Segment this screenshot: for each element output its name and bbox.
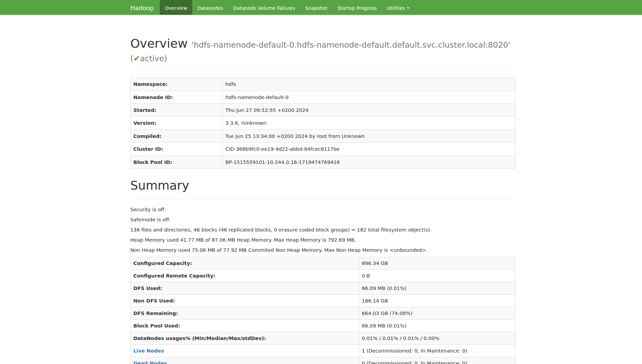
summary-paragraph: Non Heap Memory used 75.06 MB of 77.92 M… xyxy=(130,247,515,253)
summary-paragraph: Safemode is off. xyxy=(130,216,515,223)
table-row: Namespace:hdfs xyxy=(131,78,515,91)
table-row: Block Pool Used:66.09 MB (0.01%) xyxy=(131,319,515,332)
summary-paragraph: Security is off. xyxy=(130,206,515,213)
nav-item-startup-progress[interactable]: Startup Progress xyxy=(332,0,382,15)
live-nodes-link[interactable]: Live Nodes xyxy=(133,348,164,354)
caret-icon xyxy=(407,7,409,9)
nav-item-utilities[interactable]: Utilities xyxy=(382,0,415,15)
navbar: Hadoop OverviewDatanodesDatanode Volume … xyxy=(0,0,642,15)
row-label: Dead Nodes xyxy=(131,357,359,364)
nav-item-datanode-volume-failures[interactable]: Datanode Volume Failures xyxy=(228,0,300,15)
row-label: Namenode ID: xyxy=(131,91,223,103)
table-row: Namenode ID:hdfs-namenode-default-0 xyxy=(131,91,515,103)
table-row: Live Nodes1 (Decommissioned: 0, In Maint… xyxy=(131,344,515,357)
row-value: 896.34 GB xyxy=(359,257,515,269)
page-title: Overview 'hdfs-namenode-default-0.hdfs-n… xyxy=(130,37,515,64)
row-label: Configured Capacity: xyxy=(131,257,359,269)
summary-paragraph: Heap Memory used 41.77 MB of 87.06 MB He… xyxy=(130,237,515,243)
row-value: 664.03 GB (74.08%) xyxy=(359,307,515,319)
row-label: Block Pool Used: xyxy=(131,319,359,332)
table-row: Version:3.3.6, rUnknown xyxy=(131,117,515,129)
summary-paragraphs: Security is off.Safemode is off.136 file… xyxy=(130,206,515,253)
navbar-container: Hadoop OverviewDatanodesDatanode Volume … xyxy=(125,0,521,15)
namenode-info-table: Namespace:hdfsNamenode ID:hdfs-namenode-… xyxy=(130,77,515,169)
row-value: 0.01% / 0.01% / 0.01% / 0.00% xyxy=(359,332,515,344)
table-row: Block Pool ID:BP-1515559101-10.244.0.16-… xyxy=(131,155,515,168)
main-content: Overview 'hdfs-namenode-default-0.hdfs-n… xyxy=(125,37,521,364)
row-label: Version: xyxy=(131,117,223,129)
row-label: DFS Used: xyxy=(131,282,359,294)
row-label: Started: xyxy=(131,104,223,117)
nav-item-overview[interactable]: Overview xyxy=(160,0,192,15)
table-row: DataNodes usages% (Min/Median/Max/stdDev… xyxy=(131,332,515,344)
divider-2 xyxy=(130,199,515,199)
table-row: Configured Remote Capacity:0 B xyxy=(131,269,515,282)
row-label: Namespace: xyxy=(131,78,223,91)
divider-1 xyxy=(130,70,515,71)
brand[interactable]: Hadoop xyxy=(125,0,159,15)
table-row: DFS Used:66.09 MB (0.01%) xyxy=(131,282,515,294)
row-value: 1 (Decommissioned: 0, In Maintenance: 0) xyxy=(359,344,515,357)
row-value: BP-1515559101-10.244.0.16-1719474769416 xyxy=(223,155,515,168)
row-value: Tue Jun 25 13:34:00 +0200 2024 by root f… xyxy=(223,129,515,142)
row-label: DataNodes usages% (Min/Median/Max/stdDev… xyxy=(131,332,359,344)
nav-item-snapshot[interactable]: Snapshot xyxy=(300,0,332,15)
row-value: hdfs xyxy=(223,78,515,91)
table-row: Dead Nodes0 (Decommissioned: 0, In Maint… xyxy=(131,357,515,364)
row-value: CID-368b9fc0-ee19-4d22-abbd-84fcec8117be xyxy=(223,143,515,155)
row-value: 0 (Decommissioned: 0, In Maintenance: 0) xyxy=(359,357,515,364)
row-value: 66.09 MB (0.01%) xyxy=(359,319,515,332)
summary-table: Configured Capacity:896.34 GBConfigured … xyxy=(130,257,515,364)
table-row: DFS Remaining:664.03 GB (74.08%) xyxy=(131,307,515,319)
check-icon: ✔ xyxy=(133,54,140,63)
summary-paragraph: 136 files and directories, 46 blocks (46… xyxy=(130,226,515,233)
table-row: Cluster ID:CID-368b9fc0-ee19-4d22-abbd-8… xyxy=(131,143,515,155)
row-label: Block Pool ID: xyxy=(131,155,223,168)
row-label: Compiled: xyxy=(131,129,223,142)
row-label: Non DFS Used: xyxy=(131,294,359,307)
row-value: hdfs-namenode-default-0 xyxy=(223,91,515,103)
table-row: Configured Capacity:896.34 GB xyxy=(131,257,515,269)
row-label: Cluster ID: xyxy=(131,143,223,155)
dead-nodes-link[interactable]: Dead Nodes xyxy=(133,360,167,364)
row-value: 186.14 GB xyxy=(359,294,515,307)
row-value: 0 B xyxy=(359,269,515,282)
table-row: Started:Thu Jun 27 09:52:55 +0200 2024 xyxy=(131,104,515,117)
row-value: Thu Jun 27 09:52:55 +0200 2024 xyxy=(223,104,515,117)
page-title-text: Overview xyxy=(130,37,188,50)
nav-list: OverviewDatanodesDatanode Volume Failure… xyxy=(160,0,415,15)
row-value: 66.09 MB (0.01%) xyxy=(359,282,515,294)
status: (✔active) xyxy=(130,54,167,63)
summary-title: Summary xyxy=(130,179,515,192)
table-row: Non DFS Used:186.14 GB xyxy=(131,294,515,307)
table-row: Compiled:Tue Jun 25 13:34:00 +0200 2024 … xyxy=(131,129,515,142)
row-value: 3.3.6, rUnknown xyxy=(223,117,515,129)
nav-item-datanodes[interactable]: Datanodes xyxy=(192,0,228,15)
row-label: Live Nodes xyxy=(131,344,359,357)
row-label: DFS Remaining: xyxy=(131,307,359,319)
row-label: Configured Remote Capacity: xyxy=(131,269,359,282)
